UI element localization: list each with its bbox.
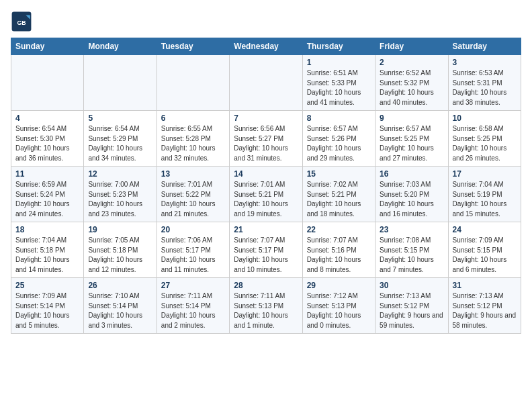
day-info: Sunrise: 6:54 AMSunset: 5:29 PMDaylight:…	[88, 125, 142, 162]
day-number: 5	[88, 113, 152, 123]
col-header-saturday: Saturday	[448, 38, 521, 55]
calendar-cell: 22 Sunrise: 7:07 AMSunset: 5:16 PMDaylig…	[302, 222, 375, 278]
day-info: Sunrise: 7:07 AMSunset: 5:17 PMDaylight:…	[234, 236, 288, 273]
day-number: 16	[380, 169, 443, 179]
logo: GB	[11, 11, 35, 32]
day-number: 8	[307, 113, 371, 123]
day-number: 25	[15, 281, 79, 290]
day-number: 15	[307, 169, 371, 179]
day-number: 7	[234, 113, 298, 123]
day-info: Sunrise: 6:57 AMSunset: 5:26 PMDaylight:…	[307, 125, 361, 162]
calendar-cell: 6 Sunrise: 6:55 AMSunset: 5:28 PMDayligh…	[157, 111, 229, 167]
day-info: Sunrise: 7:09 AMSunset: 5:15 PMDaylight:…	[453, 236, 507, 273]
day-info: Sunrise: 7:04 AMSunset: 5:19 PMDaylight:…	[453, 181, 507, 218]
day-info: Sunrise: 7:10 AMSunset: 5:14 PMDaylight:…	[88, 292, 142, 329]
col-header-thursday: Thursday	[302, 38, 375, 55]
calendar-cell: 1 Sunrise: 6:51 AMSunset: 5:33 PMDayligh…	[302, 55, 375, 111]
day-number: 29	[307, 281, 371, 290]
calendar-cell	[157, 55, 229, 111]
svg-text:GB: GB	[17, 19, 26, 26]
calendar-cell: 21 Sunrise: 7:07 AMSunset: 5:17 PMDaylig…	[230, 222, 302, 278]
calendar-cell: 19 Sunrise: 7:05 AMSunset: 5:18 PMDaylig…	[84, 222, 157, 278]
calendar-cell: 7 Sunrise: 6:56 AMSunset: 5:27 PMDayligh…	[230, 111, 302, 167]
day-number: 23	[380, 225, 443, 234]
day-number: 22	[307, 225, 371, 234]
day-info: Sunrise: 6:56 AMSunset: 5:27 PMDaylight:…	[234, 125, 288, 162]
day-info: Sunrise: 7:04 AMSunset: 5:18 PMDaylight:…	[15, 236, 70, 273]
calendar-cell: 20 Sunrise: 7:06 AMSunset: 5:17 PMDaylig…	[157, 222, 229, 278]
calendar-cell: 18 Sunrise: 7:04 AMSunset: 5:18 PMDaylig…	[11, 222, 84, 278]
day-number: 6	[161, 113, 225, 123]
page-header: GB	[11, 11, 521, 32]
day-info: Sunrise: 7:02 AMSunset: 5:21 PMDaylight:…	[307, 181, 361, 218]
calendar-cell	[84, 55, 157, 111]
day-info: Sunrise: 7:00 AMSunset: 5:23 PMDaylight:…	[88, 181, 142, 218]
day-info: Sunrise: 7:08 AMSunset: 5:15 PMDaylight:…	[380, 236, 434, 273]
calendar-cell: 31 Sunrise: 7:13 AMSunset: 5:12 PMDaylig…	[448, 278, 521, 334]
col-header-friday: Friday	[375, 38, 448, 55]
day-number: 26	[88, 281, 152, 290]
col-header-tuesday: Tuesday	[157, 38, 229, 55]
day-info: Sunrise: 6:58 AMSunset: 5:25 PMDaylight:…	[453, 125, 507, 162]
day-number: 14	[234, 169, 298, 179]
day-number: 2	[380, 58, 443, 67]
calendar-cell: 8 Sunrise: 6:57 AMSunset: 5:26 PMDayligh…	[302, 111, 375, 167]
day-info: Sunrise: 7:01 AMSunset: 5:22 PMDaylight:…	[161, 181, 216, 218]
day-info: Sunrise: 6:51 AMSunset: 5:33 PMDaylight:…	[307, 69, 361, 106]
day-number: 9	[380, 113, 443, 123]
calendar-cell: 17 Sunrise: 7:04 AMSunset: 5:19 PMDaylig…	[448, 167, 521, 222]
day-number: 13	[161, 169, 225, 179]
calendar-cell: 16 Sunrise: 7:03 AMSunset: 5:20 PMDaylig…	[375, 167, 448, 222]
day-info: Sunrise: 7:13 AMSunset: 5:12 PMDaylight:…	[453, 292, 517, 329]
col-header-wednesday: Wednesday	[230, 38, 302, 55]
day-info: Sunrise: 7:11 AMSunset: 5:13 PMDaylight:…	[234, 292, 288, 329]
calendar-cell: 14 Sunrise: 7:01 AMSunset: 5:21 PMDaylig…	[230, 167, 302, 222]
day-info: Sunrise: 6:53 AMSunset: 5:31 PMDaylight:…	[453, 69, 507, 106]
calendar-cell: 26 Sunrise: 7:10 AMSunset: 5:14 PMDaylig…	[84, 278, 157, 334]
day-number: 1	[307, 58, 371, 67]
day-number: 17	[453, 169, 517, 179]
calendar-cell: 24 Sunrise: 7:09 AMSunset: 5:15 PMDaylig…	[448, 222, 521, 278]
calendar-cell: 10 Sunrise: 6:58 AMSunset: 5:25 PMDaylig…	[448, 111, 521, 167]
day-info: Sunrise: 7:06 AMSunset: 5:17 PMDaylight:…	[161, 236, 216, 273]
day-info: Sunrise: 6:55 AMSunset: 5:28 PMDaylight:…	[161, 125, 216, 162]
calendar-cell: 15 Sunrise: 7:02 AMSunset: 5:21 PMDaylig…	[302, 167, 375, 222]
calendar-cell	[230, 55, 302, 111]
day-info: Sunrise: 7:12 AMSunset: 5:13 PMDaylight:…	[307, 292, 361, 329]
day-info: Sunrise: 7:07 AMSunset: 5:16 PMDaylight:…	[307, 236, 361, 273]
day-number: 10	[453, 113, 517, 123]
calendar-cell: 25 Sunrise: 7:09 AMSunset: 5:14 PMDaylig…	[11, 278, 84, 334]
day-number: 30	[380, 281, 443, 290]
day-info: Sunrise: 7:05 AMSunset: 5:18 PMDaylight:…	[88, 236, 142, 273]
calendar-cell: 13 Sunrise: 7:01 AMSunset: 5:22 PMDaylig…	[157, 167, 229, 222]
calendar-cell: 12 Sunrise: 7:00 AMSunset: 5:23 PMDaylig…	[84, 167, 157, 222]
calendar-cell: 11 Sunrise: 6:59 AMSunset: 5:24 PMDaylig…	[11, 167, 84, 222]
day-number: 11	[15, 169, 79, 179]
logo-icon: GB	[11, 11, 32, 32]
day-number: 31	[453, 281, 517, 290]
calendar-cell: 28 Sunrise: 7:11 AMSunset: 5:13 PMDaylig…	[230, 278, 302, 334]
day-number: 20	[161, 225, 225, 234]
day-number: 4	[15, 113, 79, 123]
day-info: Sunrise: 7:13 AMSunset: 5:12 PMDaylight:…	[380, 292, 443, 329]
day-info: Sunrise: 7:09 AMSunset: 5:14 PMDaylight:…	[15, 292, 70, 329]
day-number: 21	[234, 225, 298, 234]
calendar-cell: 30 Sunrise: 7:13 AMSunset: 5:12 PMDaylig…	[375, 278, 448, 334]
calendar-cell: 27 Sunrise: 7:11 AMSunset: 5:14 PMDaylig…	[157, 278, 229, 334]
calendar-cell: 29 Sunrise: 7:12 AMSunset: 5:13 PMDaylig…	[302, 278, 375, 334]
day-info: Sunrise: 7:11 AMSunset: 5:14 PMDaylight:…	[161, 292, 216, 329]
calendar-table: SundayMondayTuesdayWednesdayThursdayFrid…	[11, 38, 521, 334]
day-number: 24	[453, 225, 517, 234]
day-number: 3	[453, 58, 517, 67]
calendar-cell: 9 Sunrise: 6:57 AMSunset: 5:25 PMDayligh…	[375, 111, 448, 167]
calendar-cell: 4 Sunrise: 6:54 AMSunset: 5:30 PMDayligh…	[11, 111, 84, 167]
day-info: Sunrise: 7:01 AMSunset: 5:21 PMDaylight:…	[234, 181, 288, 218]
day-info: Sunrise: 7:03 AMSunset: 5:20 PMDaylight:…	[380, 181, 434, 218]
day-info: Sunrise: 6:54 AMSunset: 5:30 PMDaylight:…	[15, 125, 70, 162]
calendar-cell: 2 Sunrise: 6:52 AMSunset: 5:32 PMDayligh…	[375, 55, 448, 111]
col-header-sunday: Sunday	[11, 38, 84, 55]
calendar-cell: 23 Sunrise: 7:08 AMSunset: 5:15 PMDaylig…	[375, 222, 448, 278]
day-number: 18	[15, 225, 79, 234]
day-info: Sunrise: 6:52 AMSunset: 5:32 PMDaylight:…	[380, 69, 434, 106]
day-number: 28	[234, 281, 298, 290]
